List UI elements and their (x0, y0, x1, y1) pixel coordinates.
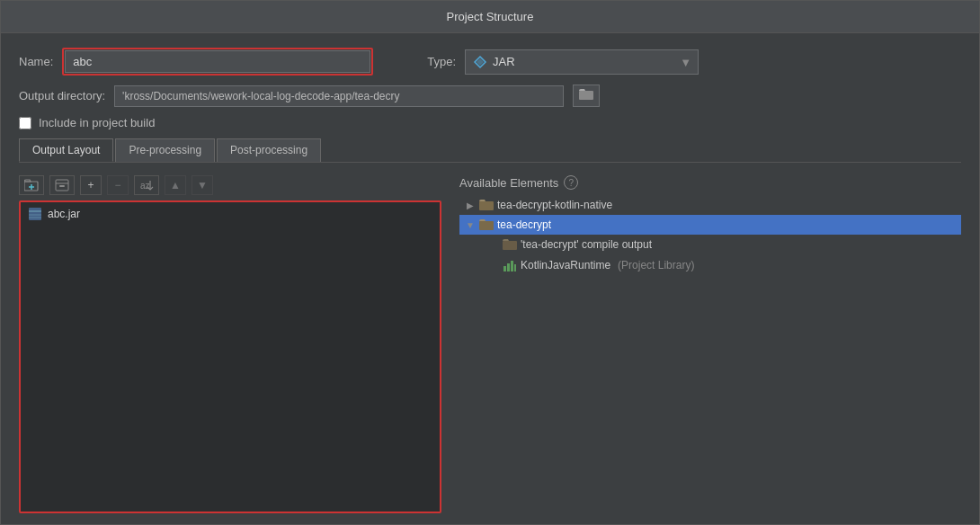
output-directory-label: Output directory: (19, 89, 105, 102)
panels-area: + − az ▲ (19, 172, 961, 513)
list-item[interactable]: abc.jar (21, 202, 440, 226)
name-field-group: Name: (19, 48, 373, 76)
include-in-build-checkbox[interactable] (19, 117, 31, 129)
svg-rect-17 (503, 241, 517, 250)
type-dropdown-wrapper: JAR ▼ (465, 49, 699, 75)
available-elements-title: Available Elements (459, 176, 558, 190)
name-input-wrapper (62, 48, 373, 76)
project-structure-window: Project Structure Name: Type: (0, 0, 980, 525)
remove-toolbar-btn[interactable]: − (107, 175, 129, 195)
artifact-list: abc.jar (19, 200, 441, 513)
tabs-row: Output Layout Pre-processing Post-proces… (19, 138, 961, 163)
type-label: Type: (427, 55, 456, 68)
tree-arrow-kotlin-native: ▶ (465, 200, 476, 210)
svg-rect-8 (59, 185, 65, 187)
right-panel: Available Elements ? ▶ tea-decrypt-kotli… (441, 172, 961, 513)
type-dropdown-display[interactable]: JAR (465, 49, 699, 75)
tree-item-label-muted-kotlin-java: (Project Library) (618, 259, 694, 271)
svg-rect-16 (479, 221, 494, 230)
name-type-row: Name: Type: JAR (19, 48, 961, 76)
left-panel: + − az ▲ (19, 172, 441, 513)
name-label: Name: (19, 55, 53, 68)
include-checkbox-row: Include in project build (19, 116, 961, 129)
tree-item-compile-output[interactable]: 'tea-decrypt' compile output (459, 235, 961, 254)
tree-item-tea-decrypt-kotlin-native[interactable]: ▶ tea-decrypt-kotlin-native (459, 195, 961, 215)
folder-add-icon (24, 179, 39, 191)
folder-icon-tea-decrypt (479, 218, 494, 231)
artifact-item-name: abc.jar (48, 208, 80, 220)
sort-toolbar-btn[interactable]: az (134, 175, 159, 195)
svg-rect-11 (29, 208, 41, 220)
svg-text:az: az (140, 181, 150, 191)
tab-post-processing[interactable]: Post-processing (217, 138, 321, 162)
move-down-toolbar-btn[interactable]: ▼ (192, 175, 213, 195)
move-up-toolbar-btn[interactable]: ▲ (165, 175, 186, 195)
tree-arrow-tea-decrypt: ▼ (465, 220, 476, 230)
sort-icon: az (139, 178, 154, 192)
svg-rect-18 (503, 266, 506, 271)
archive-icon (55, 178, 69, 192)
artifact-toolbar: + − az ▲ (19, 172, 441, 200)
jar-file-icon (28, 207, 42, 221)
svg-rect-20 (511, 261, 513, 271)
output-directory-row: Output directory: (19, 85, 961, 107)
tab-output-layout[interactable]: Output Layout (19, 138, 113, 162)
window-title: Project Structure (447, 10, 534, 23)
available-elements-header: Available Elements ? (459, 172, 961, 195)
elements-tree: ▶ tea-decrypt-kotlin-native ▼ (459, 195, 961, 513)
folder-toolbar-btn[interactable] (19, 175, 44, 195)
svg-rect-2 (579, 91, 593, 100)
tree-item-tea-decrypt[interactable]: ▼ tea-decrypt (459, 215, 961, 235)
tree-item-kotlin-java-runtime[interactable]: KotlinJavaRuntime (Project Library) (459, 254, 961, 276)
tab-pre-processing[interactable]: Pre-processing (115, 138, 215, 162)
folder-icon-kotlin-native (479, 199, 494, 211)
folder-icon-compile-output (503, 238, 517, 251)
name-input[interactable] (65, 50, 370, 73)
title-bar: Project Structure (1, 1, 979, 33)
archive-toolbar-btn[interactable] (49, 175, 75, 195)
svg-rect-19 (507, 263, 510, 271)
tree-item-label-compile-output: 'tea-decrypt' compile output (521, 238, 652, 251)
tree-item-label-kotlin-java: KotlinJavaRuntime (521, 259, 610, 271)
tree-item-label-tea-decrypt: tea-decrypt (497, 218, 551, 231)
tree-item-label-kotlin-native: tea-decrypt-kotlin-native (497, 199, 612, 211)
help-icon[interactable]: ? (564, 175, 578, 190)
svg-rect-15 (479, 201, 494, 210)
svg-rect-21 (514, 264, 516, 271)
add-toolbar-btn[interactable]: + (80, 175, 102, 195)
include-in-build-label: Include in project build (39, 116, 155, 129)
jar-type-icon (473, 55, 487, 69)
type-field-group: Type: JAR ▼ (427, 49, 699, 75)
library-icon-kotlin-java (503, 258, 517, 272)
type-value: JAR (493, 55, 515, 68)
browse-output-button[interactable] (573, 85, 600, 107)
browse-folder-icon (579, 88, 593, 101)
output-directory-input[interactable] (114, 85, 564, 107)
main-content: Name: Type: JAR (1, 33, 979, 524)
